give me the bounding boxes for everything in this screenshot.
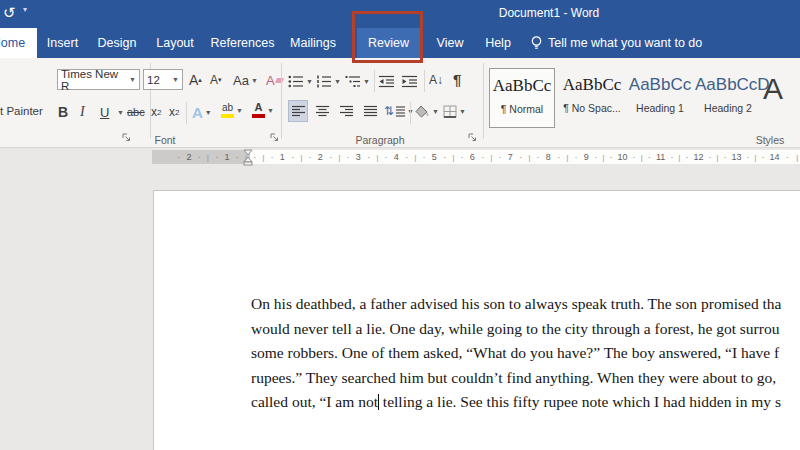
change-case-button[interactable]: Aa▼ [233,69,258,91]
underline-button[interactable]: U [100,101,109,123]
tab-view[interactable]: View [425,28,475,58]
shrink-font-button[interactable]: A▾ [210,69,222,91]
font-color-swatch [252,114,265,118]
ruler-cell: ·|·12 [668,150,706,164]
divider [424,70,425,92]
borders-button[interactable]: ▼ [443,100,466,122]
document-canvas[interactable]: On his deathbed, a father advised his so… [0,168,800,450]
bullets-button[interactable]: ▼ [288,70,313,92]
ruler-cell: ·|·8 [516,150,554,164]
style-no-spacing[interactable]: AaBbCc ¶ No Spac... [559,68,625,128]
italic-button[interactable]: I [80,101,85,123]
style-heading-2[interactable]: AaBbCcD Heading 2 [695,68,761,128]
font-size-combobox[interactable]: 12▼ [143,69,183,90]
paragraph-dialog-launcher-icon[interactable] [468,133,477,142]
style-next-partial[interactable]: A [763,72,783,106]
text-effects-button[interactable]: A▼ [192,101,212,123]
superscript-button[interactable]: x2 [169,101,179,123]
increase-indent-button[interactable] [402,70,418,92]
divider [186,102,187,124]
ruler-page-section: ·|·1·|·2·|·3·|·4·|·5·|·6·|·7·|·8·|·9·|·1… [250,150,800,164]
ruler-margin-section: ·2·|·1·| [152,150,250,164]
chevron-down-icon: ▼ [172,76,179,83]
ruler-cell: ·|·2 [288,150,326,164]
style-normal[interactable]: AaBbCc ¶ Normal [489,68,555,128]
shading-button[interactable]: ▼ [415,100,439,122]
text-line: On his deathbed, a father advised his so… [251,292,800,317]
divider [410,102,411,124]
ruler-cell: ·|·10 [592,150,630,164]
ruler-cell: ·|·14 [744,150,782,164]
paragraph-text[interactable]: On his deathbed, a father advised his so… [251,292,800,415]
tab-layout[interactable]: Layout [146,28,204,58]
ruler-cell: ·|· [782,150,800,164]
show-formatting-marks-button[interactable]: ¶ [453,68,461,90]
ruler-cell: ·|·9 [554,150,592,164]
styles-group-label: Styles [735,134,800,146]
review-tab-annotation-rectangle [352,11,423,63]
divider [374,70,375,92]
numbering-button[interactable]: ▼ [316,70,341,92]
ruler-cell: ·|·7 [478,150,516,164]
highlight-color-swatch [221,114,234,118]
text-line: some robbers. One of them asked, “What d… [251,341,800,366]
tab-home[interactable]: Home [0,28,37,58]
underline-dropdown-icon[interactable]: ▼ [115,101,124,123]
tab-insert[interactable]: Insert [37,28,88,58]
ruler-cell: ·|·6 [440,150,478,164]
justify-button[interactable] [360,100,380,122]
ribbon: t Painter Times New R▼ 12▼ A▴ A▾ Aa▼ A B… [0,58,800,148]
align-left-button[interactable] [288,100,308,122]
decrease-indent-button[interactable] [379,70,395,92]
tab-design[interactable]: Design [88,28,146,58]
ruler-cell: ·|·3 [326,150,364,164]
group-separator [483,63,484,139]
align-right-button[interactable] [336,100,356,122]
bold-button[interactable]: B [58,101,68,123]
tab-mailings[interactable]: Mailings [281,28,345,58]
chevron-down-icon: ▼ [129,76,136,83]
ruler-cell: ·2·| [174,150,212,164]
subscript-button[interactable]: x2 [151,101,161,123]
document-title: Document1 - Word [499,6,599,20]
text-highlight-button[interactable]: ab▼ [221,99,243,121]
format-painter-button[interactable]: t Painter [0,105,43,117]
sort-button[interactable]: A↓ [429,69,443,91]
font-group-label: Font [130,134,200,146]
horizontal-ruler[interactable]: ·2·|·1·| ·|·1·|·2·|·3·|·4·|·5·|·6·|·7·|·… [0,148,800,168]
align-center-button[interactable] [312,100,332,122]
tell-me-box[interactable]: Tell me what you want to do [548,28,702,58]
tab-help[interactable]: Help [478,28,518,58]
font-color-button[interactable]: A▼ [252,99,274,121]
document-page[interactable]: On his deathbed, a father advised his so… [153,190,800,450]
paragraph-group-label: Paragraph [340,134,420,146]
style-heading-1[interactable]: AaBbCc Heading 1 [627,68,693,128]
undo-icon[interactable]: ↺ [3,3,16,23]
indent-markers[interactable] [242,149,254,166]
ruler-cell: ·|·4 [364,150,402,164]
strikethrough-button[interactable]: abc [127,101,145,123]
font-name-combobox[interactable]: Times New R▼ [57,69,140,90]
text-line: called out, “I am not telling a lie. See… [251,390,800,415]
lightbulb-icon [530,35,543,51]
quick-access-customize-icon[interactable]: ▾ [23,5,27,14]
ruler-cell: ·|·13 [706,150,744,164]
grow-font-button[interactable]: A▴ [189,69,202,91]
text-line: rupees.” They searched him but couldn’t … [251,366,800,391]
font-dialog-launcher-icon[interactable] [270,133,279,142]
tab-references[interactable]: References [204,28,281,58]
multilevel-list-button[interactable]: ▼ [345,70,370,92]
ruler-cell: ·|·5 [402,150,440,164]
group-separator [281,63,282,139]
ruler-cell: ·|·11 [630,150,668,164]
text-line: would never tell a lie. One day, while g… [251,317,800,342]
ruler-cell: ·|·1 [250,150,288,164]
